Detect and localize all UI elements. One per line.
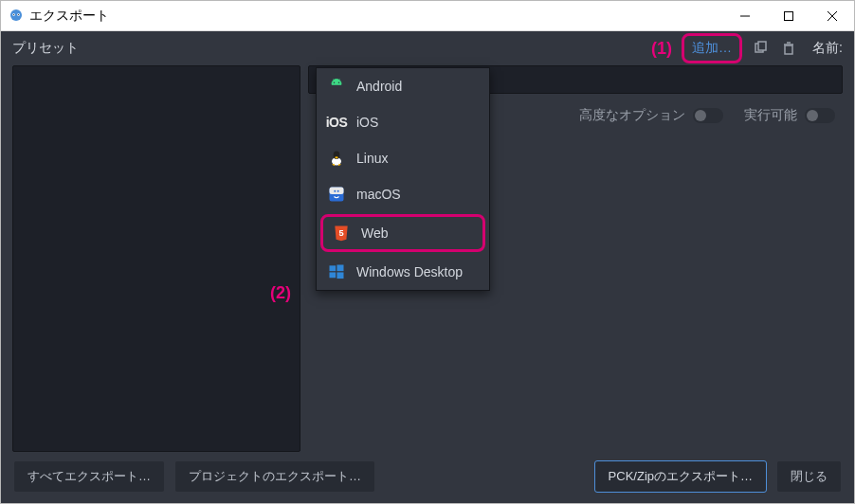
svg-rect-24 xyxy=(330,265,337,271)
annotation-2: (2) xyxy=(270,283,291,303)
menu-item-web[interactable]: 5 Web xyxy=(320,214,485,252)
menu-item-label: Web xyxy=(361,225,389,241)
minimize-button[interactable] xyxy=(723,1,767,30)
annotation-1: (1) xyxy=(651,39,672,59)
preset-list-panel[interactable] xyxy=(12,65,300,452)
svg-rect-26 xyxy=(330,272,337,278)
maximize-button[interactable] xyxy=(767,1,810,30)
export-project-button[interactable]: プロジェクトのエクスポート… xyxy=(175,461,374,492)
advanced-options-toggle[interactable]: 高度なオプション xyxy=(579,107,723,124)
windows-icon xyxy=(326,261,347,282)
switch-icon xyxy=(805,108,835,123)
svg-point-14 xyxy=(334,82,336,84)
name-label: 名前: xyxy=(812,40,843,57)
svg-rect-6 xyxy=(785,11,793,20)
runnable-label: 実行可能 xyxy=(744,107,797,124)
preset-label: プリセット xyxy=(12,40,79,57)
menu-item-label: Windows Desktop xyxy=(356,264,463,279)
export-all-button[interactable]: すべてエクスポート… xyxy=(14,461,164,492)
svg-point-22 xyxy=(337,190,339,192)
svg-point-4 xyxy=(18,14,19,15)
menu-item-android[interactable]: Android xyxy=(317,68,489,104)
android-icon xyxy=(326,76,347,97)
svg-rect-20 xyxy=(330,188,344,195)
delete-icon[interactable] xyxy=(778,38,799,59)
titlebar-controls xyxy=(723,1,854,30)
duplicate-icon[interactable] xyxy=(750,38,771,59)
html5-icon: 5 xyxy=(331,223,352,243)
svg-point-0 xyxy=(10,9,22,21)
menu-item-label: Android xyxy=(356,79,402,94)
macos-icon xyxy=(326,184,347,205)
add-preset-button[interactable]: 追加… xyxy=(682,33,742,63)
svg-point-3 xyxy=(13,14,14,15)
close-button[interactable]: 閉じる xyxy=(777,461,841,492)
svg-rect-27 xyxy=(337,272,343,279)
svg-point-15 xyxy=(338,82,340,84)
svg-rect-25 xyxy=(337,265,343,272)
ios-icon: iOS xyxy=(326,112,347,133)
menu-item-label: Linux xyxy=(356,151,388,166)
svg-point-21 xyxy=(334,190,336,192)
advanced-options-label: 高度なオプション xyxy=(579,107,685,124)
svg-rect-10 xyxy=(758,42,766,50)
switch-icon xyxy=(693,108,723,123)
titlebar-left: エクスポート xyxy=(9,7,109,25)
bottom-button-bar: すべてエクスポート… プロジェクトのエクスポート… PCK/Zipのエクスポート… xyxy=(1,459,854,503)
export-pck-button[interactable]: PCK/Zipのエクスポート… xyxy=(595,461,766,492)
window-titlebar: エクスポート xyxy=(1,1,854,31)
svg-rect-11 xyxy=(785,45,792,54)
runnable-toggle[interactable]: 実行可能 xyxy=(744,107,835,124)
menu-item-label: iOS xyxy=(356,115,378,130)
menu-item-linux[interactable]: Linux xyxy=(317,140,489,176)
svg-point-18 xyxy=(335,156,337,158)
add-preset-dropdown: Android iOS iOS Linux macOS 5 xyxy=(316,67,490,291)
menu-item-macos[interactable]: macOS xyxy=(317,176,489,212)
menu-item-label: macOS xyxy=(356,187,401,202)
menu-item-windows[interactable]: Windows Desktop xyxy=(317,254,489,290)
export-window: エクスポート プリセット (1) 追加… 名前: 高度なオプション xyxy=(0,0,855,504)
menu-item-ios[interactable]: iOS iOS xyxy=(317,104,489,140)
svg-text:5: 5 xyxy=(338,228,343,238)
window-title: エクスポート xyxy=(29,8,109,25)
linux-icon xyxy=(326,148,347,169)
close-window-button[interactable] xyxy=(810,1,854,30)
body: 高度なオプション 実行可能 (2) Android iOS iOS xyxy=(1,65,854,459)
toolbar: プリセット (1) 追加… 名前: xyxy=(1,31,854,65)
app-icon xyxy=(9,7,24,25)
